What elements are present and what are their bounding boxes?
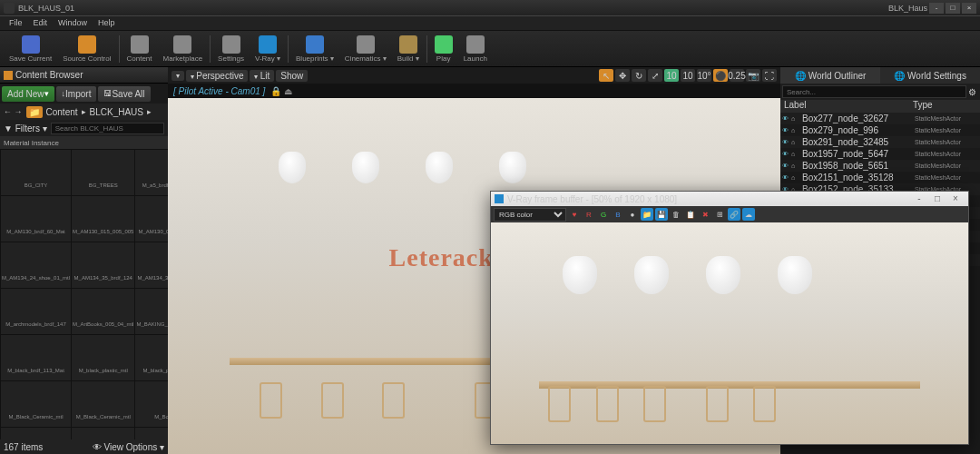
folder-icon [4,71,13,80]
material-item[interactable]: M_AM130_09_007_007 [135,196,168,242]
viewport-menu[interactable]: ▾ [172,71,184,81]
material-item[interactable]: M_AM134_24_shoe_01_mtl [1,242,71,288]
vfb-toolbar: RGB color ♥ R G B ● 📁 💾 🗑 📋 ✖ ⊞ 🔗 ☁ [491,206,968,222]
snap-scale-icon[interactable]: ⚫ [713,69,728,82]
vfb-tool-2[interactable]: 📁 [641,208,653,221]
toolbar-cinematics[interactable]: Cinematics ▾ [339,34,392,64]
material-item[interactable]: M_AM130_brdf_60_Mat [1,196,71,242]
vfb-close[interactable]: × [946,193,965,204]
outliner-item[interactable]: 👁⌂Box277_node_32627StaticMeshActor [780,113,980,124]
material-item[interactable]: M_Bronze_mtl_brdf_63 [1,428,71,439]
close-button[interactable]: × [962,3,976,14]
material-item[interactable]: M_AM134_38_Defaultsa [135,242,168,288]
toolbar-blueprints[interactable]: Blueprints ▾ [290,34,339,64]
vfb-tool-3[interactable]: 💾 [655,208,668,221]
material-item[interactable]: M_archmodels_brdf_147 [1,289,71,334]
view-options-button[interactable]: 👁 View Options ▾ [93,442,164,452]
material-item[interactable]: M_Black_Ceramic_mtl [72,381,134,427]
material-item[interactable]: M_Books_ [135,381,168,427]
b-channel[interactable]: B [612,208,624,221]
vfb-title-bar[interactable]: V-Ray frame buffer - [50% of 1920 x 1080… [491,192,968,206]
viewport-toolbar: ▾ ▾ Perspective ▾ Lit Show ↖ ✥ ↻ ⤢ 10 10… [168,67,780,84]
vfb-maximize[interactable]: □ [928,193,946,204]
menu-window[interactable]: Window [53,16,93,30]
material-item[interactable]: M_brown_mtl_brdf_40 [72,428,134,439]
outliner-item[interactable]: 👁⌂Box279_node_996StaticMeshActor [780,124,980,136]
outliner-item[interactable]: 👁⌂Box291_node_32485StaticMeshActor [780,136,980,148]
rotate-tool-icon[interactable]: ↻ [632,69,646,82]
camera-icon[interactable]: 📷 [746,69,760,82]
material-item[interactable]: M_a5_brdf_136_Mat [135,150,168,195]
material-item[interactable]: M_black_plastic_mtl [72,335,134,380]
outliner-item[interactable]: 👁⌂Box1957_node_5647StaticMeshActor [780,148,980,160]
vfb-tool-9[interactable]: ☁ [742,208,755,221]
scale-tool-icon[interactable]: ⤢ [648,69,662,82]
vfb-render[interactable] [491,222,968,444]
snap-size[interactable]: 10 [681,69,695,82]
content-browser-panel: Content Browser Add New ▾ ↓ Import 🖫 Sav… [0,67,168,454]
toolbar-source-control[interactable]: Source Control [57,34,116,64]
toolbar-save-current[interactable]: Save Current [4,34,57,64]
material-item[interactable]: M_AM134_35_brdf_124 [72,242,134,288]
title-bar: BLK_HAUS_01 BLK_Haus - □ × [0,0,980,16]
toolbar-v-ray[interactable]: V-Ray ▾ [250,34,286,64]
filter-icon[interactable]: ⚙ [966,85,978,98]
material-item[interactable]: M_black_brdf_113_Mat [1,335,71,380]
r-channel[interactable]: R [583,208,595,221]
g-channel[interactable]: G [597,208,610,221]
translate-tool-icon[interactable]: ✥ [615,69,630,82]
vfb-tool-7[interactable]: ⊞ [713,208,726,221]
perspective-button[interactable]: ▾ Perspective [186,70,248,82]
toolbar-marketplace[interactable]: Marketplace [158,34,209,64]
main-toolbar: Save CurrentSource ControlContentMarketp… [0,31,980,67]
minimize-button[interactable]: - [929,3,944,14]
outliner-item[interactable]: 👁⌂Box2151_node_35128StaticMeshActor [780,172,980,183]
camera-speed[interactable]: 0.25 [730,69,744,82]
breadcrumb[interactable]: ← → 📁 Content ▸ BLCK_HAUS ▸ [0,104,168,120]
vfb-tool-4[interactable]: 🗑 [670,208,682,221]
outliner-item[interactable]: 👁⌂Box1958_node_5651StaticMeshActor [780,160,980,172]
search-input[interactable] [51,123,164,134]
maximize-button[interactable]: □ [946,3,960,14]
import-button[interactable]: ↓ Import [56,86,97,102]
menu-edit[interactable]: Edit [28,16,54,30]
snap-grid-icon[interactable]: 10 [664,69,679,82]
vfb-tool-8[interactable]: 🔗 [728,208,740,221]
menu-file[interactable]: File [4,16,28,30]
tab-world-settings[interactable]: 🌐World Settings [880,67,980,84]
vfb-tool-6[interactable]: ✖ [699,208,711,221]
unreal-logo-icon [4,3,15,14]
material-item[interactable]: M_black_plastic_mtl [135,335,168,380]
pilot-bar: [ Pilot Active - Cam01 ] 🔒 ⏏ [168,84,780,98]
filters-button[interactable]: ▼ Filters ▾ [4,123,47,133]
vfb-minimize[interactable]: - [910,193,928,204]
select-tool-icon[interactable]: ↖ [599,69,613,82]
vray-icon [495,194,504,203]
toolbar-content[interactable]: Content [122,34,158,64]
toolbar-build[interactable]: Build ▾ [392,34,425,64]
material-item[interactable]: M_BAKING_Normals_mtl [135,289,168,334]
toolbar-play[interactable]: Play [429,34,458,64]
show-button[interactable]: Show [276,70,308,82]
toolbar-launch[interactable]: Launch [458,34,493,64]
maximize-icon[interactable]: ⛶ [762,69,777,82]
snap-angle[interactable]: 10° [697,69,711,82]
channel-select[interactable]: RGB color [494,208,566,222]
vray-frame-buffer-window[interactable]: V-Ray frame buffer - [50% of 1920 x 1080… [490,191,969,445]
material-item[interactable]: M_brown_mtl_brdf_75 [135,428,168,439]
material-item[interactable]: M_Black_Ceramic_mtl [1,381,71,427]
toolbar-settings[interactable]: Settings [212,34,250,64]
material-item[interactable]: BG_TREES [72,150,134,195]
tab-world-outliner[interactable]: 🌐World Outliner [780,67,880,84]
material-item[interactable]: BG_CITY [1,150,71,195]
material-item[interactable]: M_AM130_015_005_005 [72,196,134,242]
save-all-button[interactable]: 🖫 Save All [98,86,150,102]
outliner-search-input[interactable] [782,85,966,98]
menu-help[interactable]: Help [93,16,121,30]
vfb-tool-1[interactable]: ● [626,208,639,221]
lit-button[interactable]: ▾ Lit [250,70,274,82]
heart-icon[interactable]: ♥ [568,208,581,221]
material-item[interactable]: M_ArtBooks_005_04_mtl [72,289,134,334]
vfb-tool-5[interactable]: 📋 [684,208,697,221]
add-new-button[interactable]: Add New ▾ [2,86,54,102]
